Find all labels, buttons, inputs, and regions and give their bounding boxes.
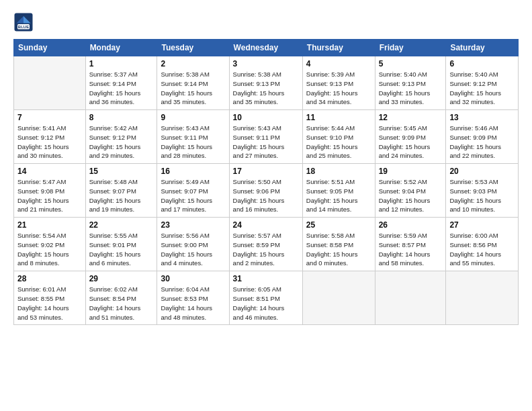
- day-number: 25: [306, 220, 371, 230]
- week-row-1: 1Sunrise: 5:37 AM Sunset: 9:14 PM Daylig…: [14, 56, 519, 110]
- day-info: Sunrise: 5:47 AM Sunset: 9:08 PM Dayligh…: [17, 177, 82, 214]
- day-cell: 5Sunrise: 5:40 AM Sunset: 9:13 PM Daylig…: [375, 56, 446, 110]
- day-number: 29: [89, 274, 154, 283]
- week-row-3: 14Sunrise: 5:47 AM Sunset: 9:08 PM Dayli…: [14, 164, 519, 218]
- day-info: Sunrise: 5:57 AM Sunset: 8:59 PM Dayligh…: [233, 231, 299, 268]
- day-cell: 25Sunrise: 5:58 AM Sunset: 8:58 PM Dayli…: [302, 218, 375, 271]
- day-cell: 19Sunrise: 5:52 AM Sunset: 9:04 PM Dayli…: [375, 164, 446, 218]
- day-number: 10: [233, 113, 299, 122]
- day-cell: 2Sunrise: 5:38 AM Sunset: 9:14 PM Daylig…: [157, 56, 229, 110]
- day-number: 30: [161, 274, 225, 283]
- col-header-tuesday: Tuesday: [157, 40, 229, 56]
- day-cell: 28Sunrise: 6:01 AM Sunset: 8:55 PM Dayli…: [14, 271, 86, 325]
- day-number: 7: [17, 113, 82, 122]
- col-header-friday: Friday: [375, 40, 446, 56]
- day-cell: 13Sunrise: 5:46 AM Sunset: 9:09 PM Dayli…: [446, 110, 519, 164]
- day-cell: 10Sunrise: 5:43 AM Sunset: 9:11 PM Dayli…: [229, 110, 302, 164]
- day-cell: [446, 271, 519, 325]
- day-cell: 14Sunrise: 5:47 AM Sunset: 9:08 PM Dayli…: [14, 164, 86, 218]
- day-cell: 29Sunrise: 6:02 AM Sunset: 8:54 PM Dayli…: [85, 271, 157, 325]
- day-cell: 7Sunrise: 5:41 AM Sunset: 9:12 PM Daylig…: [14, 110, 86, 164]
- day-cell: 24Sunrise: 5:57 AM Sunset: 8:59 PM Dayli…: [229, 218, 302, 271]
- day-number: 26: [379, 220, 443, 230]
- day-info: Sunrise: 5:41 AM Sunset: 9:12 PM Dayligh…: [17, 124, 82, 161]
- day-number: 6: [449, 59, 515, 68]
- day-number: 17: [233, 167, 299, 176]
- day-cell: 20Sunrise: 5:53 AM Sunset: 9:03 PM Dayli…: [446, 164, 519, 218]
- calendar-header-row: SundayMondayTuesdayWednesdayThursdayFrid…: [14, 40, 519, 56]
- day-info: Sunrise: 5:55 AM Sunset: 9:01 PM Dayligh…: [89, 231, 154, 268]
- day-number: 21: [17, 220, 82, 230]
- day-number: 9: [161, 113, 225, 122]
- day-number: 8: [89, 113, 154, 122]
- day-info: Sunrise: 5:48 AM Sunset: 9:07 PM Dayligh…: [89, 177, 154, 214]
- day-number: 5: [379, 59, 443, 68]
- day-cell: 17Sunrise: 5:50 AM Sunset: 9:06 PM Dayli…: [229, 164, 302, 218]
- day-number: 18: [306, 167, 371, 176]
- svg-text:BLUE: BLUE: [18, 25, 29, 29]
- day-info: Sunrise: 5:53 AM Sunset: 9:03 PM Dayligh…: [449, 177, 515, 214]
- day-number: 3: [233, 59, 299, 68]
- day-cell: 15Sunrise: 5:48 AM Sunset: 9:07 PM Dayli…: [85, 164, 157, 218]
- day-number: 15: [89, 167, 154, 176]
- day-info: Sunrise: 6:01 AM Sunset: 8:55 PM Dayligh…: [17, 285, 82, 322]
- day-number: 13: [449, 113, 515, 122]
- col-header-saturday: Saturday: [446, 40, 519, 56]
- day-info: Sunrise: 5:40 AM Sunset: 9:12 PM Dayligh…: [449, 70, 515, 107]
- logo-icon: BLUE: [13, 12, 34, 32]
- day-cell: 26Sunrise: 5:59 AM Sunset: 8:57 PM Dayli…: [375, 218, 446, 271]
- day-cell: 21Sunrise: 5:54 AM Sunset: 9:02 PM Dayli…: [14, 218, 86, 271]
- day-info: Sunrise: 6:04 AM Sunset: 8:53 PM Dayligh…: [161, 285, 225, 322]
- day-cell: [302, 271, 375, 325]
- day-info: Sunrise: 5:49 AM Sunset: 9:07 PM Dayligh…: [161, 177, 225, 214]
- day-cell: 4Sunrise: 5:39 AM Sunset: 9:13 PM Daylig…: [302, 56, 375, 110]
- day-info: Sunrise: 5:43 AM Sunset: 9:11 PM Dayligh…: [233, 124, 299, 161]
- day-cell: 11Sunrise: 5:44 AM Sunset: 9:10 PM Dayli…: [302, 110, 375, 164]
- day-info: Sunrise: 5:52 AM Sunset: 9:04 PM Dayligh…: [379, 177, 443, 214]
- day-info: Sunrise: 6:05 AM Sunset: 8:51 PM Dayligh…: [233, 285, 299, 322]
- day-info: Sunrise: 5:54 AM Sunset: 9:02 PM Dayligh…: [17, 231, 82, 268]
- day-number: 19: [379, 167, 443, 176]
- day-info: Sunrise: 5:43 AM Sunset: 9:11 PM Dayligh…: [161, 124, 225, 161]
- col-header-sunday: Sunday: [14, 40, 86, 56]
- day-info: Sunrise: 5:44 AM Sunset: 9:10 PM Dayligh…: [306, 124, 371, 161]
- day-number: 20: [449, 167, 515, 176]
- day-info: Sunrise: 5:56 AM Sunset: 9:00 PM Dayligh…: [161, 231, 225, 268]
- day-number: 14: [17, 167, 82, 176]
- day-cell: 3Sunrise: 5:38 AM Sunset: 9:13 PM Daylig…: [229, 56, 302, 110]
- day-number: 31: [233, 274, 299, 283]
- week-row-5: 28Sunrise: 6:01 AM Sunset: 8:55 PM Dayli…: [14, 271, 519, 325]
- day-number: 12: [379, 113, 443, 122]
- day-cell: 23Sunrise: 5:56 AM Sunset: 9:00 PM Dayli…: [157, 218, 229, 271]
- week-row-4: 21Sunrise: 5:54 AM Sunset: 9:02 PM Dayli…: [14, 218, 519, 271]
- day-cell: 16Sunrise: 5:49 AM Sunset: 9:07 PM Dayli…: [157, 164, 229, 218]
- day-number: 27: [449, 220, 515, 230]
- day-cell: 1Sunrise: 5:37 AM Sunset: 9:14 PM Daylig…: [85, 56, 157, 110]
- day-info: Sunrise: 5:59 AM Sunset: 8:57 PM Dayligh…: [379, 231, 443, 268]
- day-info: Sunrise: 5:42 AM Sunset: 9:12 PM Dayligh…: [89, 124, 154, 161]
- logo: BLUE: [13, 12, 35, 32]
- day-cell: 30Sunrise: 6:04 AM Sunset: 8:53 PM Dayli…: [157, 271, 229, 325]
- day-info: Sunrise: 5:46 AM Sunset: 9:09 PM Dayligh…: [449, 124, 515, 161]
- day-cell: 6Sunrise: 5:40 AM Sunset: 9:12 PM Daylig…: [446, 56, 519, 110]
- day-info: Sunrise: 5:45 AM Sunset: 9:09 PM Dayligh…: [379, 124, 443, 161]
- day-info: Sunrise: 5:51 AM Sunset: 9:05 PM Dayligh…: [306, 177, 371, 214]
- day-cell: 31Sunrise: 6:05 AM Sunset: 8:51 PM Dayli…: [229, 271, 302, 325]
- col-header-wednesday: Wednesday: [229, 40, 302, 56]
- day-number: 28: [17, 274, 82, 283]
- day-info: Sunrise: 5:39 AM Sunset: 9:13 PM Dayligh…: [306, 70, 371, 107]
- day-cell: 9Sunrise: 5:43 AM Sunset: 9:11 PM Daylig…: [157, 110, 229, 164]
- header: BLUE: [13, 12, 519, 32]
- calendar-page: BLUE SundayMondayTuesdayWednesdayThursda…: [0, 0, 532, 411]
- day-info: Sunrise: 5:37 AM Sunset: 9:14 PM Dayligh…: [89, 70, 154, 107]
- week-row-2: 7Sunrise: 5:41 AM Sunset: 9:12 PM Daylig…: [14, 110, 519, 164]
- day-number: 23: [161, 220, 225, 230]
- day-number: 24: [233, 220, 299, 230]
- day-info: Sunrise: 5:58 AM Sunset: 8:58 PM Dayligh…: [306, 231, 371, 268]
- col-header-monday: Monday: [85, 40, 157, 56]
- day-cell: 27Sunrise: 6:00 AM Sunset: 8:56 PM Dayli…: [446, 218, 519, 271]
- day-cell: [14, 56, 86, 110]
- day-info: Sunrise: 6:00 AM Sunset: 8:56 PM Dayligh…: [449, 231, 515, 268]
- day-info: Sunrise: 5:50 AM Sunset: 9:06 PM Dayligh…: [233, 177, 299, 214]
- day-number: 16: [161, 167, 225, 176]
